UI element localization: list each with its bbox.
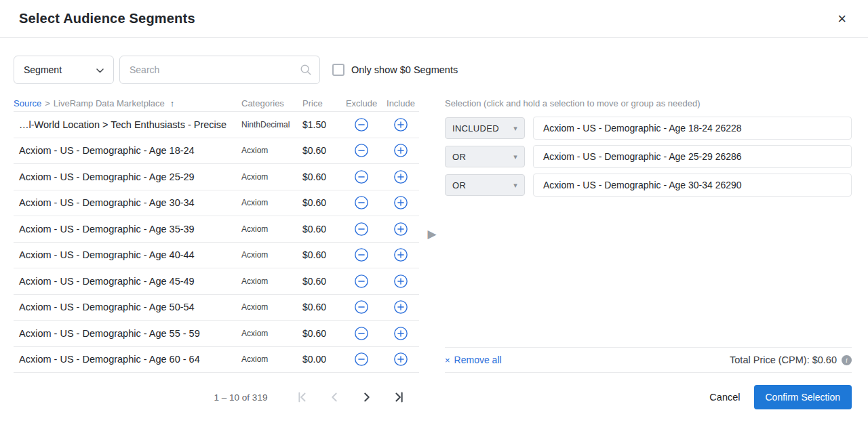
column-header-categories: Categories: [239, 98, 297, 108]
cancel-button[interactable]: Cancel: [709, 392, 740, 403]
column-header-include: Include: [382, 98, 419, 108]
exclude-button[interactable]: [340, 352, 382, 367]
include-button[interactable]: [382, 222, 419, 237]
breadcrumb: Source > LiveRamp Data Marketplace ↑: [14, 98, 239, 108]
last-page-icon[interactable]: [392, 390, 407, 405]
selection-item[interactable]: INCLUDED ▾ Acxiom - US - Demographic - A…: [445, 117, 852, 140]
selection-panel: Selection (click and hold a selection to…: [445, 95, 852, 373]
column-header-exclude: Exclude: [340, 98, 382, 108]
table-row[interactable]: …l-World Location > Tech Enthusiasts - P…: [14, 112, 419, 138]
chevron-down-icon: [96, 64, 104, 75]
selected-segment-label[interactable]: Acxiom - US - Demographic - Age 25-29 26…: [533, 145, 852, 168]
selected-segment-label[interactable]: Acxiom - US - Demographic - Age 18-24 26…: [533, 117, 852, 140]
include-button[interactable]: [382, 352, 419, 367]
segment-name: Acxiom - US - Demographic - Age 55 - 59: [14, 328, 239, 339]
remove-all-label: Remove all: [454, 354, 502, 365]
first-page-icon[interactable]: [294, 390, 309, 405]
table-row[interactable]: Acxiom - US - Demographic - Age 25-29 Ac…: [14, 164, 419, 190]
info-icon[interactable]: i: [842, 355, 852, 365]
operator-dropdown[interactable]: OR ▾: [445, 146, 525, 167]
table-row[interactable]: Acxiom - US - Demographic - Age 40-44 Ac…: [14, 243, 419, 269]
segment-name: Acxiom - US - Demographic - Age 18-24: [14, 145, 239, 156]
exclude-button[interactable]: [340, 247, 382, 262]
segment-category: Acxiom: [239, 224, 297, 234]
search-icon: [300, 64, 312, 79]
segment-price: $0.60: [297, 328, 340, 339]
segment-name: Acxiom - US - Demographic - Age 30-34: [14, 197, 239, 208]
include-button[interactable]: [382, 117, 419, 132]
only-show-zero-segments-checkbox[interactable]: Only show $0 Segments: [332, 64, 458, 76]
segment-price: $0.60: [297, 145, 340, 156]
exclude-button[interactable]: [340, 143, 382, 158]
confirm-selection-button[interactable]: Confirm Selection: [754, 385, 852, 409]
exclude-button[interactable]: [340, 300, 382, 314]
segment-name: Acxiom - US - Demographic - Age 45-49: [14, 276, 239, 287]
segment-category: Acxiom: [239, 329, 297, 338]
include-button[interactable]: [382, 169, 419, 184]
operator-dropdown[interactable]: OR ▾: [445, 174, 525, 196]
table-row[interactable]: Acxiom - US - Demographic - Age 60 - 64 …: [14, 347, 419, 373]
exclude-button[interactable]: [340, 326, 382, 341]
column-header-price: Price: [297, 98, 340, 108]
table-row[interactable]: Acxiom - US - Demographic - Age 45-49 Ac…: [14, 268, 419, 295]
table-row[interactable]: Acxiom - US - Demographic - Age 55 - 59 …: [14, 321, 419, 347]
segment-price: $0.60: [297, 197, 340, 208]
breadcrumb-current: LiveRamp Data Marketplace: [54, 98, 165, 108]
include-button[interactable]: [382, 143, 419, 158]
remove-all-link[interactable]: × Remove all: [445, 354, 502, 365]
include-button[interactable]: [382, 247, 419, 262]
checkbox-icon[interactable]: [332, 64, 344, 76]
pagination: 1 – 10 of 319: [14, 390, 445, 405]
exclude-button[interactable]: [340, 169, 382, 184]
search-box: [119, 56, 320, 84]
operator-value: OR: [452, 180, 466, 190]
close-icon[interactable]: ×: [835, 9, 849, 29]
move-right-arrow-icon[interactable]: ▶: [427, 227, 436, 241]
table-row[interactable]: Acxiom - US - Demographic - Age 18-24 Ac…: [14, 138, 419, 165]
table-row[interactable]: Acxiom - US - Demographic - Age 30-34 Ac…: [14, 190, 419, 217]
selection-footer: × Remove all Total Price (CPM): $0.60 i: [445, 347, 852, 373]
selection-item[interactable]: OR ▾ Acxiom - US - Demographic - Age 30-…: [445, 174, 852, 197]
table-rows: …l-World Location > Tech Enthusiasts - P…: [14, 111, 419, 373]
exclude-button[interactable]: [340, 274, 382, 289]
include-button[interactable]: [382, 195, 419, 210]
include-button[interactable]: [382, 300, 419, 314]
segment-name: Acxiom - US - Demographic - Age 50-54: [14, 302, 239, 312]
chevron-down-icon: ▾: [513, 152, 517, 161]
segment-price: $0.60: [297, 276, 340, 287]
segment-price: $0.60: [297, 302, 340, 312]
segment-price: $0.00: [297, 354, 340, 365]
breadcrumb-source-link[interactable]: Source: [14, 98, 41, 108]
segment-category: Acxiom: [239, 277, 297, 286]
breadcrumb-separator-icon: >: [45, 98, 50, 108]
table-row[interactable]: Acxiom - US - Demographic - Age 35-39 Ac…: [14, 216, 419, 243]
next-page-icon[interactable]: [359, 390, 374, 405]
toolbar: Segment Only show $0 Segments: [0, 38, 868, 95]
previous-page-icon[interactable]: [327, 390, 342, 405]
segment-price: $0.60: [297, 224, 340, 235]
selected-segment-label[interactable]: Acxiom - US - Demographic - Age 30-34 26…: [533, 174, 852, 197]
segment-name: Acxiom - US - Demographic - Age 60 - 64: [14, 354, 239, 365]
segment-category: Acxiom: [239, 250, 297, 260]
exclude-button[interactable]: [340, 195, 382, 210]
remove-x-icon: ×: [445, 355, 450, 365]
table-header-row: Source > LiveRamp Data Marketplace ↑ Cat…: [14, 95, 419, 111]
operator-dropdown[interactable]: INCLUDED ▾: [445, 117, 525, 139]
exclude-button[interactable]: [340, 222, 382, 237]
segment-type-dropdown[interactable]: Segment: [14, 56, 114, 84]
sort-ascending-icon[interactable]: ↑: [170, 98, 175, 108]
segment-category: Acxiom: [239, 172, 297, 182]
include-button[interactable]: [382, 326, 419, 341]
segment-name: Acxiom - US - Demographic - Age 40-44: [14, 249, 239, 260]
segment-category: Acxiom: [239, 354, 297, 364]
segment-price: $0.60: [297, 171, 340, 182]
segment-category: NinthDecimal: [239, 120, 297, 129]
selection-panel-title: Selection (click and hold a selection to…: [445, 95, 852, 111]
table-row[interactable]: Acxiom - US - Demographic - Age 50-54 Ac…: [14, 295, 419, 321]
selection-items: INCLUDED ▾ Acxiom - US - Demographic - A…: [445, 117, 852, 197]
include-button[interactable]: [382, 274, 419, 289]
search-input[interactable]: [119, 56, 320, 84]
exclude-button[interactable]: [340, 117, 382, 132]
operator-value: INCLUDED: [452, 123, 499, 134]
selection-item[interactable]: OR ▾ Acxiom - US - Demographic - Age 25-…: [445, 145, 852, 168]
